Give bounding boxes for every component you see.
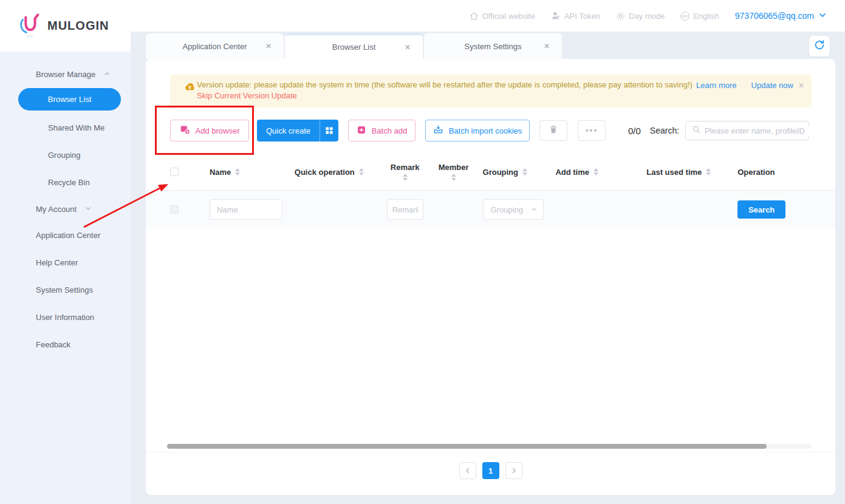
add-browser-button[interactable]: Add browser (170, 120, 249, 141)
page-1-button[interactable]: 1 (482, 462, 499, 479)
sidebar-item-help-center[interactable]: Help Center (0, 249, 131, 276)
search-label: Search: (650, 126, 679, 135)
close-icon[interactable]: ✕ (544, 42, 550, 50)
next-page-button[interactable] (505, 462, 522, 479)
cloud-upload-icon (185, 82, 195, 94)
language-selector[interactable]: En English (680, 12, 719, 21)
quick-create-label: Quick create (257, 120, 320, 141)
sidebar-item-label: Browser Manage (36, 70, 95, 79)
sidebar-item-label: Application Center (36, 231, 100, 240)
tab-application-center[interactable]: Application Center ✕ (146, 33, 284, 59)
sort-icon[interactable] (451, 174, 456, 181)
trash-icon (549, 124, 558, 137)
sidebar-item-browser-list[interactable]: Browser List (18, 88, 121, 111)
sidebar-item-label: Browser List (48, 95, 92, 104)
account-email: 973706065@qq.com (735, 11, 814, 21)
batch-import-cookies-label: Batch import cookies (449, 126, 522, 135)
sort-icon[interactable] (359, 168, 364, 175)
official-website-link[interactable]: Official website (470, 12, 535, 21)
sidebar-item-label: Recycle Bin (48, 178, 90, 187)
filter-search-button[interactable]: Search (737, 200, 785, 219)
browser-list-panel: Version update: please update the system… (146, 59, 835, 495)
skip-version-link[interactable]: Skip Current Version Update (197, 91, 812, 100)
chevron-down-icon (85, 205, 92, 214)
refresh-button[interactable] (809, 36, 830, 56)
pagination: 1 (146, 462, 835, 495)
column-header-operation: Operation (737, 168, 775, 177)
select-all-checkbox[interactable] (170, 168, 179, 176)
refresh-icon (814, 39, 825, 53)
global-search-field[interactable] (685, 121, 809, 140)
learn-more-link[interactable]: Learn more (696, 81, 736, 90)
tab-label: Application Center (182, 42, 247, 51)
column-header-quick-operation: Quick operation (295, 168, 355, 177)
grid-icon[interactable] (320, 120, 338, 141)
sidebar-item-label: Shared With Me (48, 123, 104, 132)
import-cookies-icon (433, 124, 443, 137)
sidebar-item-application-center[interactable]: Application Center (0, 222, 131, 249)
sidebar-item-grouping[interactable]: Grouping (0, 141, 131, 169)
tab-label: Browser List (332, 43, 376, 52)
name-filter-input[interactable] (210, 199, 282, 220)
sidebar-item-user-information[interactable]: User Information (0, 304, 131, 331)
update-now-link[interactable]: Update now (751, 81, 793, 90)
sidebar-item-recycle-bin[interactable]: Recycle Bin (0, 169, 131, 196)
api-token-link[interactable]: API Token (551, 11, 600, 21)
previous-page-button[interactable] (459, 462, 476, 479)
sort-icon[interactable] (706, 168, 711, 175)
row-checkbox[interactable] (170, 205, 179, 214)
logo: MULOGIN (0, 0, 131, 52)
sort-icon[interactable] (403, 174, 408, 181)
filter-row: Grouping Search (146, 191, 835, 228)
grouping-select-value: Grouping (491, 205, 523, 214)
language-label: English (693, 12, 719, 21)
api-token-label: API Token (564, 12, 600, 21)
tab-label: System Settings (465, 42, 522, 51)
day-mode-toggle[interactable]: Day mode (616, 12, 665, 21)
scrollbar-thumb[interactable] (167, 444, 767, 449)
sidebar-item-system-settings[interactable]: System Settings (0, 276, 131, 304)
sidebar-item-browser-manage[interactable]: Browser Manage (0, 61, 131, 87)
tab-system-settings[interactable]: System Settings ✕ (424, 33, 562, 59)
batch-add-label: Batch add (372, 126, 408, 135)
column-header-member: Member (439, 163, 469, 172)
sort-icon[interactable] (594, 168, 598, 175)
empty-table-body (146, 228, 835, 444)
table-header-row: Name Quick operation Remark Member Group… (146, 154, 835, 191)
quick-create-button[interactable]: Quick create (257, 120, 338, 141)
sidebar-item-label: User Information (36, 313, 94, 322)
chevron-down-icon (818, 11, 827, 21)
close-icon[interactable]: ✕ (265, 42, 272, 50)
language-icon: En (680, 12, 689, 21)
grouping-filter-select[interactable]: Grouping (483, 199, 544, 220)
official-website-label: Official website (482, 12, 535, 21)
sidebar-item-my-account[interactable]: My Account (0, 196, 131, 222)
sidebar-item-feedback[interactable]: Feedback (0, 331, 131, 358)
more-actions-button[interactable]: ••• (578, 120, 606, 141)
sun-icon (616, 12, 625, 21)
delete-button[interactable] (539, 120, 567, 141)
column-header-last-used-time: Last used time (646, 168, 702, 177)
search-icon (692, 125, 700, 136)
home-icon (470, 12, 479, 21)
batch-import-cookies-button[interactable]: Batch import cookies (425, 120, 530, 141)
sidebar-item-shared-with-me[interactable]: Shared With Me (0, 114, 131, 141)
column-header-grouping: Grouping (483, 168, 519, 177)
sidebar-item-label: Grouping (48, 151, 80, 160)
tab-browser-list[interactable]: Browser List ✕ (285, 33, 423, 59)
banner-close-icon[interactable]: ✕ (798, 81, 804, 90)
api-token-icon (551, 11, 561, 21)
remark-filter-input[interactable] (387, 199, 423, 220)
sidebar-item-label: Help Center (36, 258, 78, 267)
sort-icon[interactable] (235, 168, 240, 175)
chevron-down-icon (531, 205, 538, 214)
batch-add-button[interactable]: Batch add (348, 120, 416, 141)
sidebar: MULOGIN Browser Manage Browser List Shar… (0, 0, 131, 504)
close-icon[interactable]: ✕ (405, 43, 411, 52)
selection-count: 0/0 (628, 126, 641, 136)
horizontal-scrollbar[interactable] (167, 444, 812, 449)
search-input[interactable] (705, 126, 812, 135)
account-menu[interactable]: 973706065@qq.com (735, 11, 827, 21)
version-update-banner: Version update: please update the system… (170, 75, 812, 107)
sort-icon[interactable] (522, 168, 527, 175)
